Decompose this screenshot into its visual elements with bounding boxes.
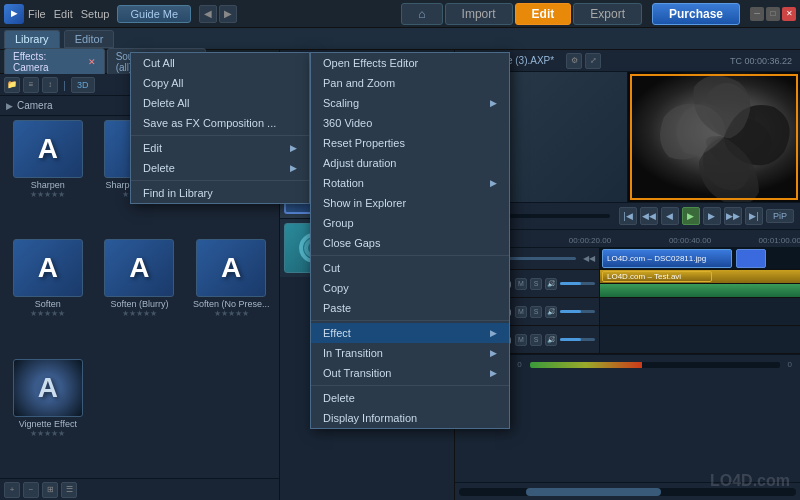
submenu-copy[interactable]: Copy [311,278,509,298]
submenu-open-effects[interactable]: Open Effects Editor [311,53,509,73]
context-save-fx[interactable]: Save as FX Composition ... [131,113,309,133]
solo-icon[interactable]: S [530,334,542,346]
effect-thumb-soften-no-pre: A [196,239,266,297]
list-icon[interactable]: ≡ [23,77,39,93]
guide-me-button[interactable]: Guide Me [117,5,191,23]
submenu-pan-zoom[interactable]: Pan and Zoom [311,73,509,93]
submenu-cut[interactable]: Cut [311,258,509,278]
level-bar [530,362,780,368]
context-copy-all[interactable]: Copy All [131,73,309,93]
volume-slider[interactable] [560,282,595,285]
volume-icon[interactable]: 🔊 [545,278,557,290]
effects-camera-close[interactable]: ✕ [88,57,96,67]
movie-expand-icon[interactable]: ⤢ [585,53,601,69]
mute-icon[interactable]: M [515,278,527,290]
library-tab[interactable]: Library [4,30,60,48]
track1-clip2[interactable] [736,249,766,268]
prev-button[interactable]: ◀ [661,207,679,225]
skip-start-button[interactable]: |◀ [619,207,637,225]
purchase-button[interactable]: Purchase [652,3,740,25]
track2-content[interactable]: LO4D.com – Test.avi [600,270,800,297]
edit-button[interactable]: Edit [515,3,572,25]
menu-file[interactable]: File [28,8,46,20]
submenu-sep-1 [311,255,509,256]
solo-icon[interactable]: S [530,278,542,290]
list-view-icon[interactable]: ☰ [61,482,77,498]
movie-settings-icon[interactable]: ⚙ [566,53,582,69]
submenu-scaling[interactable]: Scaling ▶ [311,93,509,113]
submenu-rotation[interactable]: Rotation ▶ [311,173,509,193]
volume-slider[interactable] [560,338,595,341]
submenu-display-info[interactable]: Display Information [311,408,509,428]
bottom-toolbar: + − ⊞ ☰ [0,478,279,500]
menu-setup[interactable]: Setup [81,8,110,20]
context-separator-2 [131,180,309,181]
submenu-delete[interactable]: Delete [311,388,509,408]
prev-frame-button[interactable]: ◀◀ [640,207,658,225]
3d-icon[interactable]: 3D [71,77,95,93]
next-button[interactable]: ▶ [703,207,721,225]
volume-slider[interactable] [560,310,595,313]
list-item[interactable]: A Vignette Effect ★★★★★ [4,359,92,474]
solo-icon[interactable]: S [530,306,542,318]
track1-clip1[interactable]: LO4D.com – DSC02811.jpg [602,249,732,268]
sort-icon[interactable]: ↕ [42,77,58,93]
forward-arrow[interactable]: ▶ [219,5,237,23]
submenu-out-transition[interactable]: Out Transition ▶ [311,363,509,383]
import-button[interactable]: Import [445,3,513,25]
track4-content[interactable] [600,326,800,353]
effects-camera-tab[interactable]: Effects: Camera ✕ [4,48,105,76]
pip-button[interactable]: PiP [766,209,794,223]
submenu-paste: Paste [311,298,509,318]
minimize-button[interactable]: ─ [750,7,764,21]
editor-tab[interactable]: Editor [64,30,115,48]
back-arrow[interactable]: ◀ [199,5,217,23]
submenu-360[interactable]: 360 Video [311,113,509,133]
mute-icon[interactable]: M [515,306,527,318]
submenu-reset[interactable]: Reset Properties [311,133,509,153]
skip-end-button[interactable]: ▶| [745,207,763,225]
grid-icon[interactable]: ⊞ [42,482,58,498]
export-button[interactable]: Export [573,3,642,25]
submenu-show-explorer[interactable]: Show in Explorer [311,193,509,213]
list-item[interactable]: A Sharpen ★★★★★ [4,120,92,235]
context-menu: Cut All Copy All Delete All Save as FX C… [130,52,310,204]
scroll-thumb[interactable] [526,488,661,496]
close-button[interactable]: ✕ [782,7,796,21]
remove-icon[interactable]: − [23,482,39,498]
list-item[interactable]: A Soften (No Prese... ★★★★★ [187,239,275,354]
menu-edit[interactable]: Edit [54,8,73,20]
list-item[interactable]: A Soften (Blurry) ★★★★★ [96,239,184,354]
submenu-effect[interactable]: Effect ▶ [311,323,509,343]
watermark: LO4D.com [710,472,790,490]
add-icon[interactable]: + [4,482,20,498]
submenu-group[interactable]: Group [311,213,509,233]
effects-camera-label: Effects: Camera [13,51,82,73]
mute-icon[interactable]: M [515,334,527,346]
folder-icon[interactable]: 📁 [4,77,20,93]
effect-thumb-soften: A [13,239,83,297]
track2-clip1[interactable]: LO4D.com – Test.avi [602,271,712,282]
context-separator-1 [131,135,309,136]
volume-icon[interactable]: 🔊 [545,334,557,346]
submenu-in-transition[interactable]: In Transition ▶ [311,343,509,363]
maximize-button[interactable]: □ [766,7,780,21]
context-delete-all[interactable]: Delete All [131,93,309,113]
context-edit[interactable]: Edit ▶ [131,138,309,158]
next-frame-button[interactable]: ▶▶ [724,207,742,225]
volume-icon[interactable]: 🔊 [545,306,557,318]
effect-thumb-vignette: A [13,359,83,417]
home-button[interactable]: ⌂ [401,3,442,25]
track3-content[interactable] [600,298,800,325]
submenu-adjust-dur[interactable]: Adjust duration [311,153,509,173]
context-delete[interactable]: Delete ▶ [131,158,309,178]
play-button[interactable]: ▶ [682,207,700,225]
submenu-close-gaps[interactable]: Close Gaps [311,233,509,253]
effect-stars: ★★★★★ [30,190,65,199]
context-find-in-library[interactable]: Find in Library [131,183,309,203]
arrow-icon: ▶ [290,163,297,173]
context-cut-all[interactable]: Cut All [131,53,309,73]
track1-content[interactable]: LO4D.com – DSC02811.jpg [600,248,800,269]
list-item[interactable]: A Soften ★★★★★ [4,239,92,354]
effect-thumb-soften-blurry: A [104,239,174,297]
